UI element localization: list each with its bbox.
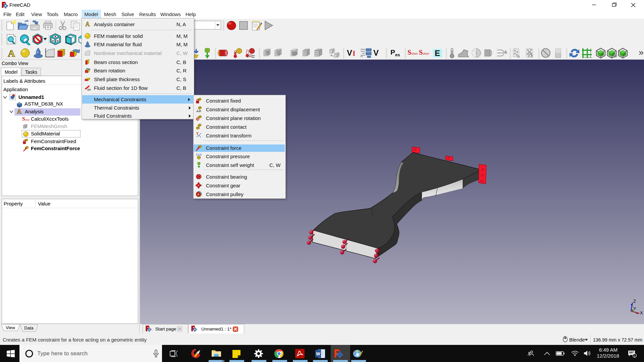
svg-text:1: 1 xyxy=(634,354,635,358)
svg-text:A: A xyxy=(17,108,22,115)
svg-text:S: S xyxy=(22,116,25,122)
svg-text:W: W xyxy=(316,351,320,356)
svg-text:X: X xyxy=(640,310,643,315)
svg-text:1D: 1D xyxy=(87,88,91,91)
svg-text:D: D xyxy=(199,109,201,113)
svg-text:N: N xyxy=(266,51,269,56)
svg-text:A: A xyxy=(8,48,15,58)
svg-text:View: View xyxy=(6,325,15,330)
svg-text:Data: Data xyxy=(24,325,34,330)
svg-text:S: S xyxy=(613,53,617,58)
svg-text:G: G xyxy=(277,51,280,56)
svg-text:S: S xyxy=(419,49,423,56)
svg-text:Y: Y xyxy=(633,306,636,311)
svg-text:E: E xyxy=(435,49,440,58)
svg-text:V: V xyxy=(347,49,352,57)
svg-text:I: I xyxy=(353,49,356,57)
svg-text:es: es xyxy=(395,52,400,57)
svg-text:A: A xyxy=(86,21,90,27)
svg-text:olver: olver xyxy=(411,52,418,55)
svg-text:S: S xyxy=(408,49,411,56)
svg-text:V: V xyxy=(373,49,379,57)
svg-text:T: T xyxy=(196,132,199,136)
svg-text:olver: olver xyxy=(423,52,429,55)
svg-text:Z: Z xyxy=(633,299,636,304)
svg-text:olver: olver xyxy=(25,119,30,121)
svg-text:P: P xyxy=(390,48,395,56)
